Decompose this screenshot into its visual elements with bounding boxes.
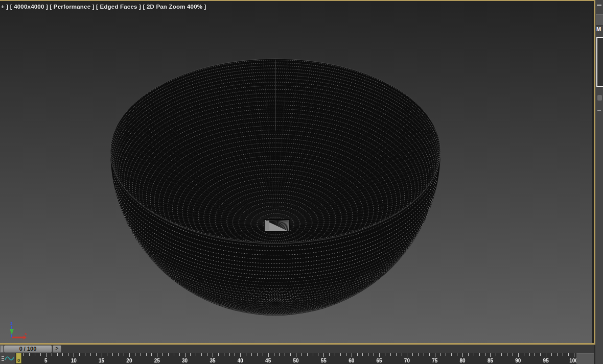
curve-editor-icon xyxy=(0,353,15,364)
world-axis-gizmo: z x xyxy=(3,320,28,342)
current-frame-marker[interactable]: 0 xyxy=(16,353,21,363)
time-slider-endcap xyxy=(0,345,4,353)
application-window: + ] [ 4000x4000 ] [ Performance ] [ Edge… xyxy=(0,0,603,364)
mini-curve-editor-button[interactable] xyxy=(0,353,15,364)
time-slider-track[interactable]: 0 / 100 > xyxy=(0,345,594,353)
x-axis-label: x xyxy=(25,331,27,336)
z-axis-label: z xyxy=(10,321,13,326)
viewport-border-right xyxy=(594,0,595,345)
frame-ruler[interactable] xyxy=(15,353,576,364)
bowl-wireframe-object[interactable] xyxy=(0,1,593,343)
panel-button-sliver[interactable] xyxy=(596,14,603,26)
ruler-end-region xyxy=(576,353,594,364)
modifier-stack-listbox[interactable] xyxy=(596,37,603,87)
time-slider-handle[interactable]: 0 / 100 xyxy=(4,345,52,353)
viewport-border-bottom xyxy=(0,343,595,345)
panel-divider-dash xyxy=(597,110,601,111)
y-axis-arrow xyxy=(10,329,14,335)
viewport-border-top xyxy=(0,0,595,1)
modifier-list-label: M xyxy=(596,26,601,32)
viewport-label-menu[interactable]: + ] [ 4000x4000 ] [ Performance ] [ Edge… xyxy=(1,4,206,10)
next-frame-button[interactable]: > xyxy=(53,345,61,353)
panel-icon-sliver[interactable] xyxy=(597,95,602,101)
x-axis-arrowhead xyxy=(24,335,27,339)
rollout-collapse-dash xyxy=(597,5,601,6)
track-bar: 0 xyxy=(0,353,594,364)
perspective-viewport[interactable]: + ] [ 4000x4000 ] [ Performance ] [ Edge… xyxy=(0,1,593,343)
command-panel-sliver: M xyxy=(595,0,603,364)
